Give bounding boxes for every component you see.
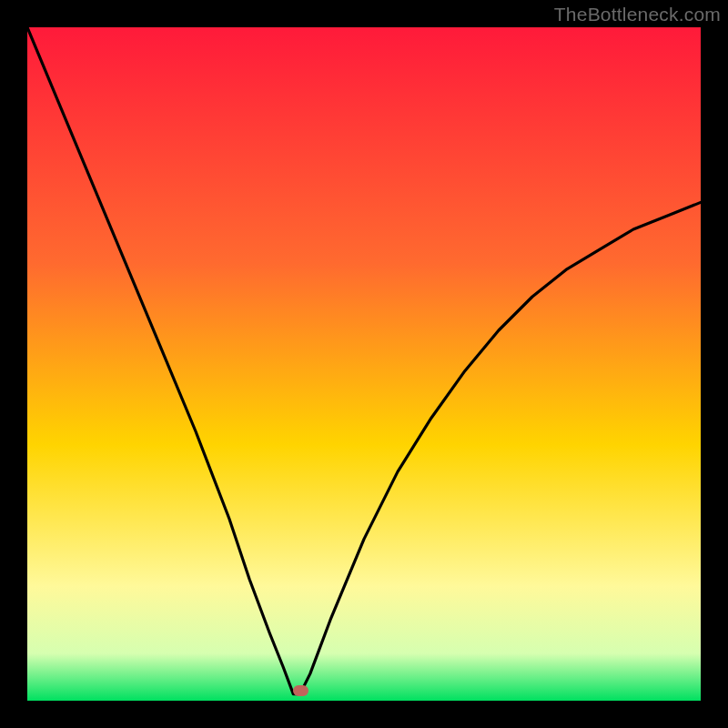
minimum-marker [293, 685, 308, 696]
plot-area [27, 27, 701, 701]
watermark-text: TheBottleneck.com [554, 4, 721, 25]
bottleneck-curve [27, 27, 701, 701]
chart-frame: TheBottleneck.com [0, 0, 728, 728]
